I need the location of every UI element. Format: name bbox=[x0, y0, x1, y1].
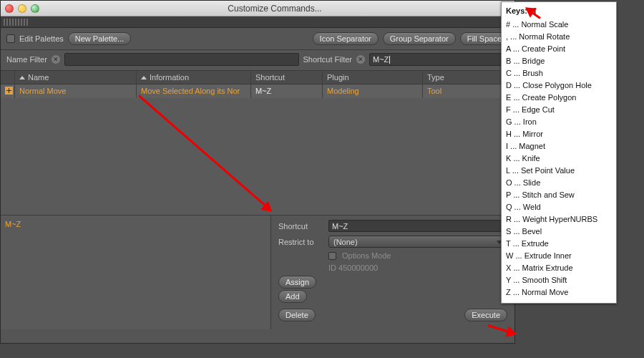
table-row[interactable]: Normal Move Move Selected Along its Nor … bbox=[1, 84, 514, 98]
clear-shortcut-filter-icon[interactable]: ✕ bbox=[356, 55, 365, 64]
popup-item[interactable]: O ... Slide bbox=[506, 177, 612, 189]
window-title: Customize Commands... bbox=[39, 4, 510, 14]
table-body: Normal Move Move Selected Along its Nor … bbox=[1, 84, 514, 215]
popup-item[interactable]: L ... Set Point Value bbox=[506, 165, 612, 177]
popup-item[interactable]: K ... Knife bbox=[506, 153, 612, 165]
customize-commands-window: Customize Commands... Edit Palettes New … bbox=[0, 0, 515, 344]
options-mode-checkbox[interactable] bbox=[328, 252, 336, 260]
add-icon bbox=[5, 87, 13, 95]
popup-item[interactable]: W ... Extrude Inner bbox=[506, 250, 612, 262]
shortcut-input[interactable]: M~Z bbox=[328, 220, 507, 232]
cell-info: Move Selected Along its Nor bbox=[137, 84, 251, 98]
popup-item[interactable]: R ... Weight HyperNURBS bbox=[506, 213, 612, 226]
popup-item[interactable]: T ... Extrude bbox=[506, 238, 612, 250]
cell-name: Normal Move bbox=[15, 84, 137, 98]
col-plugin[interactable]: Plugin bbox=[323, 71, 423, 84]
execute-button[interactable]: Execute bbox=[464, 309, 507, 321]
grip-icon[interactable] bbox=[4, 19, 28, 26]
toolbar: Edit Palettes New Palette... Icon Separa… bbox=[1, 28, 514, 50]
restrict-label: Restrict to bbox=[278, 238, 323, 246]
popup-item[interactable]: # ... Normal Scale bbox=[506, 19, 612, 31]
filter-bar: Name Filter ✕ Shortcut Filter ✕ M~Z bbox=[1, 50, 514, 70]
options-mode-label: Options Mode bbox=[342, 251, 391, 260]
group-separator-button[interactable]: Group Separator bbox=[383, 32, 456, 45]
detail-right: Shortcut M~Z Restrict to (None) Options … bbox=[271, 216, 514, 329]
dock-bar[interactable] bbox=[1, 16, 514, 28]
sort-asc-icon bbox=[19, 76, 25, 79]
popup-item[interactable]: P ... Stitch and Sew bbox=[506, 189, 612, 201]
restrict-select[interactable]: (None) bbox=[328, 236, 507, 248]
popup-item[interactable]: C ... Brush bbox=[506, 67, 612, 79]
name-filter-input[interactable] bbox=[64, 53, 299, 66]
table-header[interactable]: Name Information Shortcut Plugin Type bbox=[1, 70, 514, 84]
icon-separator-button[interactable]: Icon Separator bbox=[313, 32, 379, 45]
popup-item[interactable]: G ... Iron bbox=[506, 116, 612, 128]
id-text: ID 450000000 bbox=[328, 263, 378, 272]
shortcut-filter-label: Shortcut Filter bbox=[303, 55, 352, 64]
popup-item[interactable]: , ... Normal Rotate bbox=[506, 31, 612, 43]
cell-shortcut: M~Z bbox=[251, 84, 323, 98]
zoom-icon[interactable] bbox=[31, 4, 39, 13]
shortcut-filter-input[interactable]: M~Z bbox=[369, 53, 509, 66]
popup-item[interactable]: E ... Create Polygon bbox=[506, 92, 612, 104]
sort-asc-icon bbox=[141, 76, 147, 79]
cell-plugin: Modeling bbox=[323, 84, 423, 98]
add-button[interactable]: Add bbox=[278, 290, 307, 303]
popup-item[interactable]: A ... Create Point bbox=[506, 43, 612, 55]
popup-item[interactable]: D ... Close Polygon Hole bbox=[506, 79, 612, 92]
col-name[interactable]: Name bbox=[15, 71, 137, 84]
name-filter-label: Name Filter bbox=[6, 55, 47, 64]
col-information[interactable]: Information bbox=[137, 71, 251, 84]
window-controls bbox=[5, 4, 39, 13]
shortcut-popup: Keys: M # ... Normal Scale, ... Normal R… bbox=[501, 1, 617, 304]
close-icon[interactable] bbox=[5, 4, 14, 13]
titlebar[interactable]: Customize Commands... bbox=[1, 1, 514, 16]
popup-item[interactable]: F ... Edge Cut bbox=[506, 104, 612, 116]
minimize-icon[interactable] bbox=[18, 4, 26, 13]
popup-item[interactable]: Z ... Normal Move bbox=[506, 286, 612, 299]
popup-item[interactable]: X ... Matrix Extrude bbox=[506, 262, 612, 274]
popup-item[interactable]: Y ... Smooth Shift bbox=[506, 274, 612, 286]
clear-name-filter-icon[interactable]: ✕ bbox=[52, 55, 60, 64]
detail-pane: M~Z Shortcut M~Z Restrict to (None) Opti… bbox=[1, 215, 514, 329]
popup-item[interactable]: H ... Mirror bbox=[506, 128, 612, 140]
new-palette-button[interactable]: New Palette... bbox=[68, 32, 131, 45]
edit-palettes-checkbox[interactable] bbox=[6, 34, 15, 43]
popup-item[interactable]: S ... Bevel bbox=[506, 226, 612, 238]
popup-item[interactable]: Q ... Weld bbox=[506, 201, 612, 213]
popup-item[interactable]: I ... Magnet bbox=[506, 140, 612, 153]
delete-button[interactable]: Delete bbox=[278, 309, 316, 321]
edit-palettes-label: Edit Palettes bbox=[19, 34, 64, 43]
assign-button[interactable]: Assign bbox=[278, 276, 316, 289]
popup-item[interactable]: B ... Bridge bbox=[506, 55, 612, 67]
shortcut-label: Shortcut bbox=[278, 222, 323, 231]
col-shortcut[interactable]: Shortcut bbox=[251, 71, 323, 84]
detail-left: M~Z bbox=[1, 216, 271, 329]
detail-shortcut-label: M~Z bbox=[5, 220, 21, 228]
